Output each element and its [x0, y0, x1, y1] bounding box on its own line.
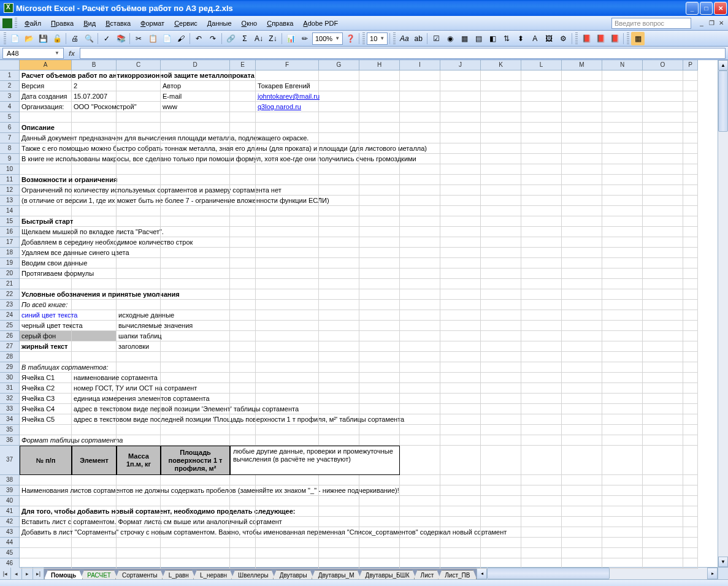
cell-I20[interactable] — [400, 268, 440, 279]
cell-D40[interactable] — [161, 496, 230, 506]
cell-L18[interactable] — [521, 248, 562, 258]
cell-G30[interactable] — [319, 373, 359, 383]
cell-I38[interactable] — [400, 475, 440, 485]
cell-F43[interactable] — [256, 527, 319, 538]
cell-O30[interactable] — [643, 373, 683, 383]
col-header-L[interactable]: L — [521, 60, 562, 70]
cell-F29[interactable] — [256, 362, 319, 373]
cell-J4[interactable] — [440, 102, 481, 112]
cell-B4[interactable]: ООО "Роскомстрой" — [72, 102, 117, 112]
cell-O21[interactable] — [643, 279, 683, 289]
cell-J38[interactable] — [440, 475, 481, 485]
cell-I16[interactable] — [400, 227, 440, 237]
row-header-19[interactable]: 19 — [0, 258, 20, 268]
cell-K6[interactable] — [481, 123, 521, 133]
cell-F42[interactable] — [256, 517, 319, 527]
cell-F21[interactable] — [256, 279, 319, 289]
cell-E11[interactable] — [230, 175, 256, 185]
cell-F44[interactable] — [256, 538, 319, 548]
cell-B38[interactable] — [72, 475, 117, 485]
paste-button[interactable]: 📄 — [160, 32, 174, 45]
cell-O32[interactable] — [643, 394, 683, 404]
cell-K38[interactable] — [481, 475, 521, 485]
col-header-I[interactable]: I — [400, 60, 440, 70]
cell-A3[interactable]: Дата создания — [20, 91, 72, 102]
cell-L4[interactable] — [521, 102, 562, 112]
menu-файл[interactable]: Файл — [20, 18, 46, 28]
cell-C19[interactable] — [117, 258, 161, 268]
cell-K26[interactable] — [481, 331, 521, 341]
table-header-C[interactable]: Масса 1п.м, кг — [117, 446, 161, 475]
sheet-tab-Лист[interactable]: Лист — [414, 570, 441, 579]
cell-G32[interactable] — [319, 394, 359, 404]
cell-D33[interactable] — [161, 404, 230, 414]
cell-J15[interactable] — [440, 216, 481, 227]
cell-J21[interactable] — [440, 279, 481, 289]
cell-N45[interactable] — [602, 548, 643, 558]
cell-D19[interactable] — [161, 258, 230, 268]
cell-B42[interactable] — [72, 517, 117, 527]
cell-J14[interactable] — [440, 206, 481, 216]
menu-сервис[interactable]: Сервис — [169, 18, 202, 28]
cell-K10[interactable] — [481, 164, 521, 175]
cell-D5[interactable] — [161, 112, 230, 123]
row-header-3[interactable]: 3 — [0, 91, 20, 102]
col-header-K[interactable]: K — [481, 60, 521, 70]
cell-I23[interactable] — [400, 300, 440, 310]
cell-G24[interactable] — [319, 310, 359, 321]
cell-G28[interactable] — [319, 352, 359, 362]
cell-I15[interactable] — [400, 216, 440, 227]
cell-C20[interactable] — [117, 268, 161, 279]
cell-G19[interactable] — [319, 258, 359, 268]
cell-L17[interactable] — [521, 237, 562, 248]
cell-B14[interactable] — [72, 206, 117, 216]
fill-color-button[interactable]: ▦ — [631, 32, 645, 45]
cell-A9[interactable]: В книге не использованы макросы, все сде… — [20, 154, 72, 164]
maximize-button[interactable]: □ — [700, 2, 713, 15]
cell-C8[interactable] — [117, 143, 161, 154]
cell-P7[interactable] — [683, 133, 698, 143]
open-button[interactable]: 📂 — [22, 32, 36, 45]
cell-E38[interactable] — [230, 475, 256, 485]
cell-O12[interactable] — [643, 185, 683, 196]
cell-E13[interactable] — [230, 196, 256, 206]
cell-L13[interactable] — [521, 196, 562, 206]
cell-P6[interactable] — [683, 123, 698, 133]
cell-B21[interactable] — [72, 279, 117, 289]
row-header-18[interactable]: 18 — [0, 248, 20, 258]
cell-O6[interactable] — [643, 123, 683, 133]
cell-F33[interactable] — [256, 404, 319, 414]
cell-H8[interactable] — [359, 143, 400, 154]
cell-P24[interactable] — [683, 310, 698, 321]
cell-G43[interactable] — [319, 527, 359, 538]
cell-E9[interactable] — [230, 154, 256, 164]
cell-K23[interactable] — [481, 300, 521, 310]
cell-C43[interactable] — [117, 527, 161, 538]
cell-D9[interactable] — [161, 154, 230, 164]
sheet-tab-РАСЧЕТ[interactable]: РАСЧЕТ — [80, 570, 118, 579]
cell-G21[interactable] — [319, 279, 359, 289]
cell-J42[interactable] — [440, 517, 481, 527]
cell-H30[interactable] — [359, 373, 400, 383]
cell-E36[interactable] — [230, 435, 256, 446]
checkbox-button[interactable]: ☑ — [429, 32, 443, 45]
cell-K29[interactable] — [481, 362, 521, 373]
cell-E44[interactable] — [230, 538, 256, 548]
cell-F22[interactable] — [256, 289, 319, 300]
row-header-42[interactable]: 42 — [0, 517, 20, 527]
cell-H39[interactable] — [359, 485, 400, 496]
cell-I44[interactable] — [400, 538, 440, 548]
cell-C36[interactable] — [117, 435, 161, 446]
cell-A28[interactable] — [20, 352, 72, 362]
cell-D35[interactable] — [161, 425, 230, 435]
cell-H3[interactable] — [359, 91, 400, 102]
sheet-tab-Помощь[interactable]: Помощь — [44, 570, 83, 579]
cell-D26[interactable] — [161, 331, 230, 341]
cell-G23[interactable] — [319, 300, 359, 310]
cell-D34[interactable] — [161, 414, 230, 425]
cell-A27[interactable]: жирный текст — [20, 341, 72, 352]
cell-J33[interactable] — [440, 404, 481, 414]
cell-O34[interactable] — [643, 414, 683, 425]
sheet-tab-Двутавры[interactable]: Двутавры — [273, 570, 314, 579]
cell-K44[interactable] — [481, 538, 521, 548]
